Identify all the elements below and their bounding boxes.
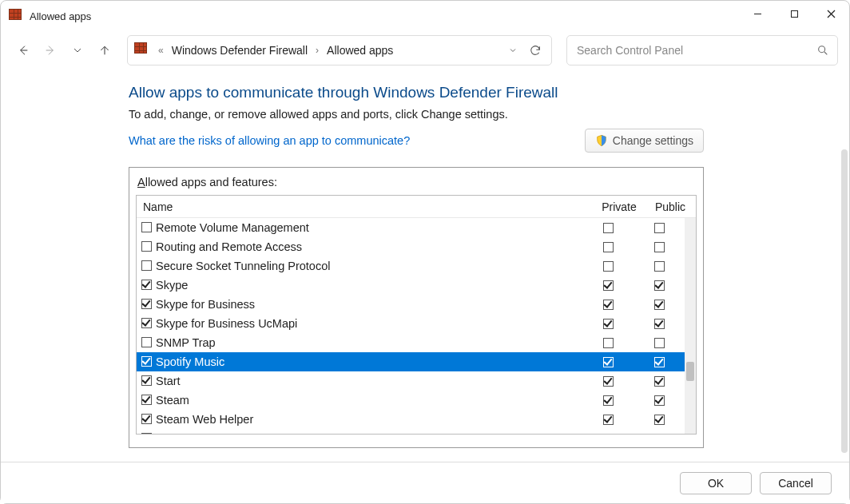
search-icon (816, 44, 829, 57)
allowed-apps-grid[interactable]: Name Private Public Remote Volume Manage… (136, 195, 697, 435)
public-checkbox[interactable] (634, 434, 685, 435)
breadcrumb-parent[interactable]: Windows Defender Firewall (169, 42, 311, 58)
private-checkbox[interactable] (582, 242, 634, 252)
private-checkbox[interactable] (582, 338, 634, 348)
table-row[interactable]: Skype for Business (137, 295, 685, 314)
public-checkbox[interactable] (634, 415, 685, 425)
enable-checkbox[interactable] (141, 356, 153, 367)
change-settings-button[interactable]: Change settings (585, 129, 704, 153)
public-checkbox[interactable] (634, 280, 685, 291)
window-title: Allowed apps (30, 10, 91, 22)
breadcrumb-current[interactable]: Allowed apps (324, 42, 396, 58)
risks-link[interactable]: What are the risks of allowing an app to… (129, 134, 410, 147)
private-checkbox[interactable] (582, 357, 634, 367)
public-checkbox[interactable] (634, 338, 685, 348)
app-name: SNMP Trap (156, 336, 582, 349)
back-button[interactable] (12, 34, 34, 66)
shield-icon (595, 134, 608, 147)
col-name[interactable]: Name (137, 200, 594, 213)
table-row[interactable]: Skype (137, 276, 685, 295)
col-private[interactable]: Private (594, 200, 645, 213)
public-checkbox[interactable] (634, 357, 685, 367)
enable-checkbox[interactable] (141, 414, 153, 425)
enable-checkbox[interactable] (141, 241, 153, 252)
app-name: Store Experience Host (156, 432, 582, 434)
enable-checkbox[interactable] (141, 318, 153, 329)
table-row[interactable]: Secure Socket Tunneling Protocol (137, 256, 685, 276)
recent-dropdown[interactable] (66, 34, 89, 66)
private-checkbox[interactable] (582, 319, 634, 329)
up-button[interactable] (93, 34, 116, 66)
app-name: Secure Socket Tunneling Protocol (156, 260, 582, 272)
enable-checkbox[interactable] (141, 222, 153, 233)
address-history-dropdown[interactable] (502, 37, 524, 64)
private-checkbox[interactable] (582, 395, 634, 406)
breadcrumb-overflow[interactable]: « (158, 45, 164, 56)
enable-checkbox[interactable] (141, 433, 153, 434)
cancel-button[interactable]: Cancel (760, 472, 832, 494)
app-name: Skype (156, 279, 582, 292)
grid-scrollbar[interactable] (685, 218, 696, 434)
table-row[interactable]: Spotify Music (137, 352, 685, 371)
public-checkbox[interactable] (634, 319, 685, 329)
enable-checkbox[interactable] (141, 299, 153, 310)
change-settings-label: Change settings (613, 134, 693, 147)
private-checkbox[interactable] (582, 280, 634, 291)
footer: OK Cancel (1, 462, 849, 503)
svg-rect-1 (791, 10, 797, 17)
col-public[interactable]: Public (645, 200, 696, 213)
public-checkbox[interactable] (634, 300, 685, 310)
minimize-button[interactable] (739, 1, 776, 26)
page-title: Allow apps to communicate through Window… (129, 84, 704, 101)
close-button[interactable] (812, 1, 849, 26)
vertical-scrollbar[interactable] (841, 149, 848, 453)
maximize-button[interactable] (776, 1, 812, 26)
table-row[interactable]: Routing and Remote Access (137, 237, 685, 256)
table-row[interactable]: Start (137, 371, 685, 391)
content-area: Allow apps to communicate through Window… (1, 69, 849, 462)
enable-checkbox[interactable] (141, 375, 153, 387)
allowed-apps-groupbox: Allowed apps and features: Name Private … (129, 167, 704, 448)
table-row[interactable]: Steam (137, 391, 685, 410)
table-row[interactable]: Store Experience Host (137, 429, 685, 434)
private-checkbox[interactable] (582, 376, 634, 387)
window: Allowed apps « Windows Defender Firewall… (0, 0, 850, 504)
search-box[interactable] (566, 35, 838, 65)
private-checkbox[interactable] (582, 223, 634, 233)
titlebar: Allowed apps (1, 1, 849, 31)
table-row[interactable]: Remote Volume Management (137, 218, 685, 237)
private-checkbox[interactable] (582, 434, 634, 435)
private-checkbox[interactable] (582, 300, 634, 310)
grid-header: Name Private Public (137, 196, 696, 218)
grid-body: Remote Volume ManagementRouting and Remo… (137, 218, 685, 434)
forward-button[interactable] (39, 34, 62, 66)
firewall-icon (134, 42, 150, 58)
public-checkbox[interactable] (634, 376, 685, 387)
refresh-button[interactable] (524, 37, 546, 64)
enable-checkbox[interactable] (141, 260, 153, 272)
enable-checkbox[interactable] (141, 395, 153, 406)
scrollbar-thumb[interactable] (686, 362, 694, 381)
chevron-right-icon: › (316, 45, 319, 56)
address-bar[interactable]: « Windows Defender Firewall › Allowed ap… (127, 35, 552, 65)
table-row[interactable]: Steam Web Helper (137, 410, 685, 429)
private-checkbox[interactable] (582, 261, 634, 272)
enable-checkbox[interactable] (141, 337, 153, 348)
list-label: Allowed apps and features: (136, 174, 697, 195)
table-row[interactable]: SNMP Trap (137, 333, 685, 352)
app-name: Skype for Business (156, 298, 582, 311)
private-checkbox[interactable] (582, 415, 634, 425)
search-input[interactable] (575, 43, 816, 58)
svg-line-7 (824, 52, 827, 54)
public-checkbox[interactable] (634, 395, 685, 406)
public-checkbox[interactable] (634, 242, 685, 252)
enable-checkbox[interactable] (141, 280, 153, 291)
public-checkbox[interactable] (634, 223, 685, 233)
ok-button[interactable]: OK (680, 472, 752, 494)
public-checkbox[interactable] (634, 261, 685, 272)
app-name: Skype for Business UcMapi (156, 317, 582, 330)
app-name: Remote Volume Management (156, 221, 582, 234)
nav-row: « Windows Defender Firewall › Allowed ap… (1, 31, 849, 69)
app-name: Spotify Music (156, 355, 582, 368)
table-row[interactable]: Skype for Business UcMapi (137, 314, 685, 333)
